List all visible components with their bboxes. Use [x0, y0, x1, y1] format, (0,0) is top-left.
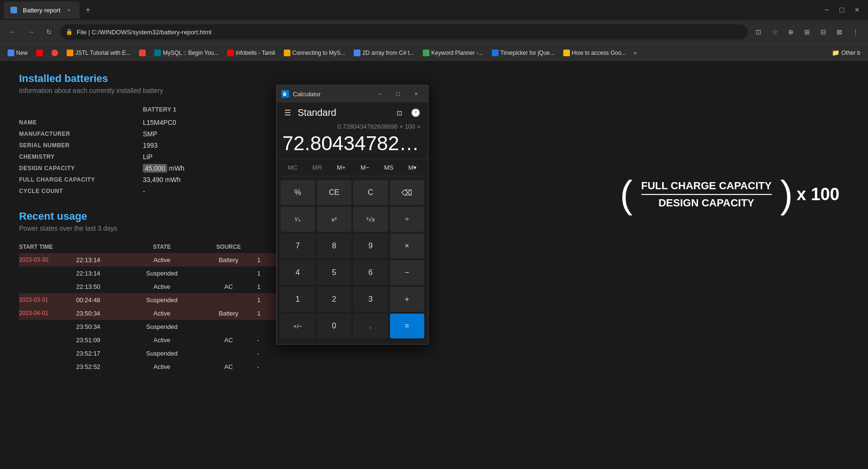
active-tab[interactable]: Battery report ×: [4, 1, 80, 19]
tab-close-button[interactable]: ×: [65, 6, 73, 14]
bookmark-info[interactable]: infobells - Tamil: [223, 48, 279, 58]
battery-row-design-capacity: DESIGN CAPACITY 45,000 mWh: [19, 164, 849, 172]
star-icon[interactable]: ☆: [768, 25, 781, 39]
bookmark-info-label: infobells - Tamil: [236, 50, 275, 56]
bookmark-mail-icon: [139, 50, 146, 56]
ext3-icon[interactable]: ⊟: [817, 25, 830, 39]
label-name: NAME: [19, 119, 143, 126]
bookmark-conn[interactable]: Connecting to MyS...: [280, 48, 349, 58]
open-paren: (: [620, 173, 633, 215]
new-tab-button[interactable]: +: [81, 3, 95, 17]
bookmark-how-icon: [563, 50, 570, 56]
bookmark-arr[interactable]: 2D array from C# t...: [350, 48, 418, 58]
ext2-icon[interactable]: ⊞: [800, 25, 814, 39]
calc-keep-button[interactable]: ⊡: [395, 107, 404, 119]
state-8: Suspended: [124, 350, 200, 357]
bookmark-yt[interactable]: [32, 48, 47, 58]
reciprocal-button[interactable]: ¹⁄ₓ: [280, 207, 315, 232]
battery1-header: BATTERY 1: [143, 106, 849, 113]
bookmark-mysql[interactable]: MySQL :: Begin You...: [150, 48, 222, 58]
address-bar[interactable]: 🔒 File | C:/WINDOWS/system32/battery-rep…: [60, 24, 748, 40]
bookmark-how[interactable]: How to access Goo...: [559, 48, 630, 58]
installed-batteries-subtitle: Information about each currently install…: [19, 87, 849, 94]
equals-button[interactable]: =: [390, 314, 425, 338]
bookmark-new[interactable]: New: [4, 48, 31, 58]
percent-button[interactable]: %: [280, 180, 315, 205]
bookmark-kw[interactable]: Keyword Planner -...: [419, 48, 487, 58]
bookmark-g[interactable]: [48, 48, 62, 58]
zero-button[interactable]: 0: [317, 314, 352, 338]
calc-close-button[interactable]: ×: [409, 89, 423, 99]
reload-button[interactable]: ↻: [42, 25, 56, 39]
usage-row-4: 2023-03-31 00:24:48 Suspended 1: [19, 293, 295, 306]
time-5: 23:50:34: [76, 310, 124, 317]
calc-mr-button[interactable]: MR: [309, 161, 326, 174]
nine-button[interactable]: 9: [353, 234, 388, 258]
calc-mminus-button[interactable]: M−: [357, 161, 373, 174]
source-1: Battery: [200, 256, 257, 264]
two-button[interactable]: 2: [317, 287, 352, 312]
more-bookmarks-button[interactable]: »: [631, 48, 640, 58]
ext1-icon[interactable]: ⊕: [784, 25, 798, 39]
backspace-button[interactable]: ⌫: [390, 180, 425, 205]
address-text: File | C:/WINDOWS/system32/battery-repor…: [77, 29, 211, 36]
forward-button[interactable]: →: [24, 25, 38, 39]
tab-title: Battery report: [23, 7, 60, 14]
divide-button[interactable]: ÷: [390, 207, 425, 232]
seven-button[interactable]: 7: [280, 234, 315, 258]
calc-titlebar: 🖩 Calculator − □ ×: [277, 85, 428, 102]
clear-button[interactable]: C: [353, 180, 388, 205]
bookmark-conn-icon: [284, 50, 290, 56]
bookmark-time[interactable]: Timepicker for jQue...: [488, 48, 559, 58]
multiply-button[interactable]: ×: [390, 234, 425, 258]
calc-mplus-button[interactable]: M+: [333, 161, 349, 174]
back-button[interactable]: ←: [6, 25, 20, 39]
negate-button[interactable]: +/−: [280, 314, 315, 338]
square-button[interactable]: x²: [317, 207, 352, 232]
one-button[interactable]: 1: [280, 287, 315, 312]
minimize-button[interactable]: −: [819, 3, 834, 17]
calc-header: ☰ Standard ⊡ 🕐: [277, 102, 428, 123]
eight-button[interactable]: 8: [317, 234, 352, 258]
window-close-button[interactable]: ×: [850, 3, 864, 17]
calc-history-button[interactable]: 🕐: [409, 106, 422, 119]
bookmark-time-label: Timepicker for jQue...: [500, 50, 555, 56]
num-2: 1: [257, 270, 276, 277]
usage-table: START TIME STATE SOURCE 2023-03-30 22:13…: [19, 244, 295, 373]
bookmark-s-icon: [8, 50, 14, 56]
three-button[interactable]: 3: [353, 287, 388, 312]
six-button[interactable]: 6: [353, 260, 388, 285]
other-bookmarks[interactable]: 📁 Other b: [828, 47, 864, 58]
num-1: 1: [257, 256, 276, 264]
calc-maximize-button[interactable]: □: [391, 89, 405, 99]
value-manufacturer: SMP: [143, 130, 157, 138]
ce-button[interactable]: CE: [317, 180, 352, 205]
decimal-button[interactable]: .: [353, 314, 388, 338]
calc-mc-button[interactable]: MC: [284, 161, 301, 174]
bookmark-jstl[interactable]: JSTL Tutorial with E...: [63, 48, 134, 58]
more-icon[interactable]: ⋮: [849, 25, 862, 39]
state-2: Suspended: [124, 270, 200, 277]
subtract-button[interactable]: −: [390, 260, 425, 285]
other-bookmarks-label: Other b: [841, 50, 860, 56]
label-manufacturer: MANUFACTURER: [19, 131, 143, 137]
five-button[interactable]: 5: [317, 260, 352, 285]
time-6: 23:50:34: [76, 323, 124, 330]
ext4-icon[interactable]: ⊠: [833, 25, 846, 39]
time-9: 23:52:52: [76, 363, 124, 370]
calc-minimize-button[interactable]: −: [373, 89, 387, 99]
four-button[interactable]: 4: [280, 260, 315, 285]
usage-row-2: 22:13:14 Suspended 1: [19, 266, 295, 280]
calc-menu-button[interactable]: ☰: [282, 106, 293, 119]
cast-icon[interactable]: ⊡: [752, 25, 765, 39]
maximize-button[interactable]: □: [835, 3, 849, 17]
calc-mv-button[interactable]: M▾: [404, 161, 420, 174]
calc-ms-button[interactable]: MS: [380, 161, 398, 174]
formula-fraction: FULL CHARGE CAPACITY DESIGN CAPACITY: [641, 178, 772, 211]
add-button[interactable]: +: [390, 287, 425, 312]
state-9: Active: [124, 363, 200, 370]
bookmark-mail[interactable]: [135, 48, 150, 58]
sqrt-button[interactable]: ²√x: [353, 207, 388, 232]
source-5: Battery: [200, 310, 257, 317]
lock-icon: 🔒: [66, 29, 73, 35]
